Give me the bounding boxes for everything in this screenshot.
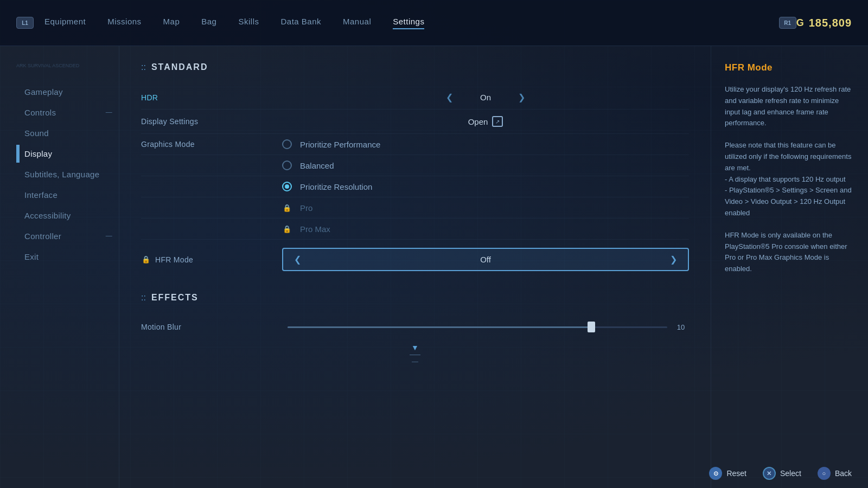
hdr-arrow-left[interactable]: ❮ xyxy=(446,92,453,102)
nav-item-equipment[interactable]: Equipment xyxy=(44,17,86,29)
content-area: :: Standard HDR ❮ On ❯ Display Settings … xyxy=(119,46,711,488)
radio-circle-resolution xyxy=(282,182,292,191)
l1-badge[interactable]: L1 xyxy=(16,17,34,29)
nav-item-missions[interactable]: Missions xyxy=(107,17,141,29)
graphics-option-balanced[interactable]: Balanced xyxy=(282,160,689,170)
controls-expand-icon: — xyxy=(106,108,112,116)
scroll-line xyxy=(410,355,420,355)
currency-icon: G xyxy=(796,17,805,29)
graphics-option-performance-label: Prioritize Performance xyxy=(300,140,380,149)
radio-circle-balanced xyxy=(282,160,292,170)
reset-label: Reset xyxy=(726,469,746,478)
motion-blur-track[interactable] xyxy=(288,326,667,328)
back-btn-circle: ○ xyxy=(818,467,831,480)
graphics-option-pro-label: Pro xyxy=(300,203,312,213)
open-display-icon xyxy=(492,116,503,127)
sidebar-item-interface[interactable]: Interface xyxy=(16,186,119,204)
standard-section-header: :: Standard xyxy=(141,62,689,72)
nav-item-bag[interactable]: Bag xyxy=(201,17,216,29)
info-text-2: Please note that this feature can be uti… xyxy=(725,140,854,219)
motion-blur-label: Motion Blur xyxy=(141,323,282,331)
hfr-value: Off xyxy=(480,255,491,264)
effects-section-header: :: Effects xyxy=(141,293,689,303)
currency-value: 185,809 xyxy=(809,17,852,29)
effects-section: :: Effects Motion Blur 10 ▼ — xyxy=(141,293,689,371)
info-text-1: Utilize your display's 120 Hz refresh ra… xyxy=(725,84,854,129)
standard-dots: :: xyxy=(141,62,146,72)
back-label: Back xyxy=(835,469,852,478)
hfr-arrow-left[interactable]: ❮ xyxy=(294,254,301,265)
motion-blur-fill xyxy=(288,326,591,328)
motion-blur-row: Motion Blur 10 xyxy=(141,316,689,338)
effects-dots: :: xyxy=(141,293,146,303)
hdr-selector[interactable]: ❮ On ❯ xyxy=(446,92,525,102)
hdr-label: HDR xyxy=(141,93,282,102)
graphics-option-performance[interactable]: Prioritize Performance xyxy=(282,139,689,149)
graphics-option-promax: 🔒 Pro Max xyxy=(282,224,689,234)
graphics-mode-row-balanced: Balanced xyxy=(141,155,689,176)
sidebar: ARK SURVIVAL ASCENDED Gameplay Controls … xyxy=(0,46,119,488)
reset-action[interactable]: ⊙ Reset xyxy=(709,467,746,480)
bottom-bar: ⊙ Reset ✕ Select ○ Back xyxy=(693,459,868,488)
sidebar-item-subtitles[interactable]: Subtitles, Language xyxy=(16,165,119,183)
nav-item-skills[interactable]: Skills xyxy=(238,17,259,29)
sidebar-item-controller[interactable]: Controller — xyxy=(16,227,119,245)
motion-blur-control: 10 xyxy=(282,323,689,331)
nav-item-databank[interactable]: Data Bank xyxy=(280,17,321,29)
hfr-lock-icon: 🔒 xyxy=(141,255,151,265)
graphics-mode-row-performance: Graphics Mode Prioritize Performance xyxy=(141,134,689,155)
hdr-arrow-right[interactable]: ❯ xyxy=(518,92,525,102)
lock-icon-pro: 🔒 xyxy=(282,203,292,213)
select-btn-circle: ✕ xyxy=(763,467,776,480)
open-display-settings-btn[interactable]: Open xyxy=(468,116,503,127)
r1-badge[interactable]: R1 xyxy=(779,17,796,29)
info-text-3: HFR Mode is only available on the PlaySt… xyxy=(725,230,854,275)
hfr-arrow-right[interactable]: ❯ xyxy=(670,254,677,265)
info-title: HFR Mode xyxy=(725,62,854,73)
radio-circle-performance xyxy=(282,139,292,149)
graphics-mode-row-promax: 🔒 Pro Max xyxy=(141,219,689,240)
effects-section-title: Effects xyxy=(151,293,199,303)
graphics-mode-row-resolution: Prioritize Resolution xyxy=(141,176,689,197)
hfr-selector-box[interactable]: ❮ Off ❯ xyxy=(282,248,689,271)
sidebar-item-display[interactable]: Display xyxy=(16,145,119,163)
nav-item-manual[interactable]: Manual xyxy=(343,17,371,29)
sidebar-item-gameplay[interactable]: Gameplay xyxy=(16,83,119,101)
graphics-mode-row-pro: 🔒 Pro xyxy=(141,197,689,219)
sidebar-item-exit[interactable]: Exit xyxy=(16,248,119,266)
hfr-label-area: 🔒 HFR Mode xyxy=(141,255,282,265)
display-settings-value: Open xyxy=(468,117,488,126)
sidebar-watermark: ARK SURVIVAL ASCENDED xyxy=(16,62,119,69)
sidebar-item-sound[interactable]: Sound xyxy=(16,124,119,142)
nav-item-map[interactable]: Map xyxy=(163,17,180,29)
nav-bar: L1 Equipment Missions Map Bag Skills Dat… xyxy=(0,0,868,46)
hdr-control: ❮ On ❯ xyxy=(282,92,689,102)
motion-blur-thumb[interactable] xyxy=(588,322,595,332)
hdr-row: HDR ❮ On ❯ xyxy=(141,86,689,110)
nav-item-settings[interactable]: Settings xyxy=(393,17,424,29)
graphics-mode-label: Graphics Mode xyxy=(141,140,195,149)
graphics-option-resolution-label: Prioritize Resolution xyxy=(300,182,372,191)
back-action[interactable]: ○ Back xyxy=(818,467,852,480)
scroll-minus: — xyxy=(412,358,418,365)
motion-blur-value: 10 xyxy=(673,323,689,331)
graphics-option-balanced-label: Balanced xyxy=(300,161,334,170)
sidebar-item-controls[interactable]: Controls — xyxy=(16,104,119,121)
sidebar-item-accessibility[interactable]: Accessibility xyxy=(16,207,119,224)
scroll-indicator: ▼ — xyxy=(141,338,689,371)
hfr-mode-row: 🔒 HFR Mode ❮ Off ❯ xyxy=(141,242,689,277)
hfr-mode-label: HFR Mode xyxy=(155,255,282,264)
select-action[interactable]: ✕ Select xyxy=(763,467,801,480)
select-label: Select xyxy=(780,469,801,478)
display-settings-row: Display Settings Open xyxy=(141,110,689,134)
main-layout: ARK SURVIVAL ASCENDED Gameplay Controls … xyxy=(0,46,868,488)
info-panel: HFR Mode Utilize your display's 120 Hz r… xyxy=(711,46,868,488)
nav-currency: G 185,809 xyxy=(796,17,852,29)
graphics-option-pro: 🔒 Pro xyxy=(282,203,689,213)
nav-items: Equipment Missions Map Bag Skills Data B… xyxy=(44,17,774,29)
graphics-option-promax-label: Pro Max xyxy=(300,224,330,234)
standard-section-title: Standard xyxy=(151,62,208,72)
graphics-option-resolution[interactable]: Prioritize Resolution xyxy=(282,182,689,191)
hdr-value: On xyxy=(464,93,507,102)
scroll-down-arrow: ▼ xyxy=(411,343,419,352)
